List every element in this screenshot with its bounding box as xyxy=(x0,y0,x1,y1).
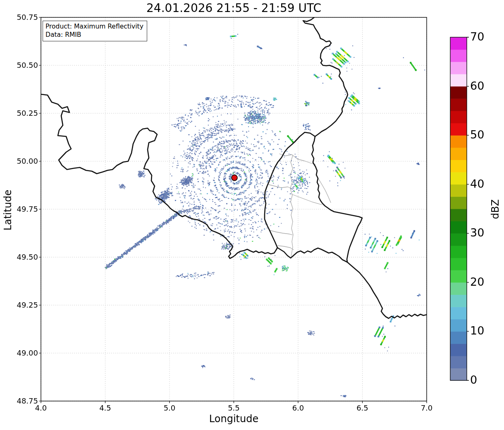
data-source-line: Data: RMIB xyxy=(45,31,143,39)
product-info-box: Product: Maximum Reflectivity Data: RMIB xyxy=(43,21,147,41)
colorbar-tick-label: 30 xyxy=(470,226,495,239)
y-tick-label: 50.75 xyxy=(7,13,38,22)
x-tick-label: 7.0 xyxy=(412,404,441,412)
x-tick-label: 4.5 xyxy=(91,404,120,412)
y-tick-label: 49.00 xyxy=(7,349,38,357)
colorbar-tick-label: 50 xyxy=(470,128,495,141)
plot-title: 24.01.2026 21:55 - 21:59 UTC xyxy=(41,1,427,15)
colorbar-tick-label: 40 xyxy=(470,177,495,190)
y-tick-label: 49.75 xyxy=(7,205,38,213)
colorbar-tick-label: 20 xyxy=(470,275,495,288)
colorbar-tick-label: 0 xyxy=(470,373,495,386)
x-tick-label: 6.0 xyxy=(284,404,313,412)
y-tick-label: 50.00 xyxy=(7,157,38,165)
y-tick-label: 50.50 xyxy=(7,61,38,69)
colorbar-tick-label: 10 xyxy=(470,324,495,337)
x-tick-label: 5.5 xyxy=(220,404,248,412)
colorbar-tick-label: 70 xyxy=(470,30,495,43)
y-tick-label: 50.25 xyxy=(7,109,38,117)
x-axis-label: Longitude xyxy=(41,413,427,425)
y-tick-label: 48.75 xyxy=(7,397,38,405)
product-info-line: Product: Maximum Reflectivity xyxy=(45,22,143,31)
x-tick-label: 5.0 xyxy=(155,404,184,412)
y-tick-label: 49.25 xyxy=(7,301,38,309)
y-tick-label: 49.50 xyxy=(7,253,38,261)
colorbar-label: dBZ xyxy=(490,197,501,222)
colorbar-tick-label: 60 xyxy=(470,79,495,92)
radar-map-canvas xyxy=(0,0,504,430)
x-tick-label: 6.5 xyxy=(348,404,377,412)
radar-figure: 24.01.2026 21:55 - 21:59 UTC Product: Ma… xyxy=(0,0,504,430)
